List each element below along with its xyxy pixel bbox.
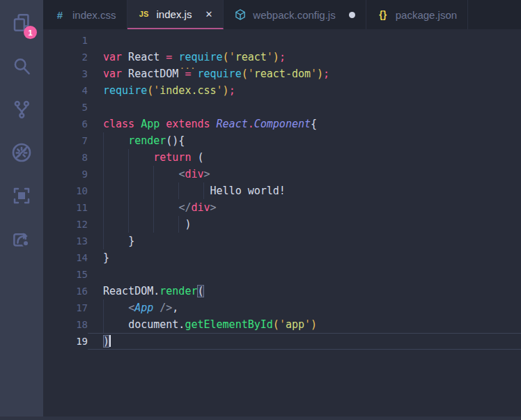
line-number[interactable]: 19: [43, 333, 88, 350]
code-token: render: [160, 285, 197, 297]
code-line-5[interactable]: 5: [43, 99, 521, 116]
code-content[interactable]: [88, 99, 521, 116]
code-token: ': [217, 84, 223, 97]
code-line-17[interactable]: 17 <App />,: [43, 300, 521, 316]
code-content[interactable]: </div>: [88, 199, 521, 216]
code-content[interactable]: return (: [88, 149, 521, 166]
code-content[interactable]: Hello world!: [88, 182, 521, 199]
indent-guide: [103, 300, 104, 316]
code-line-9[interactable]: 9 <div>: [43, 166, 521, 182]
code-token: ': [229, 51, 235, 63]
line-number[interactable]: 17: [43, 300, 88, 316]
line-number[interactable]: 12: [43, 216, 88, 233]
code-token: class: [103, 118, 134, 130]
code-content[interactable]: var React = require('react');: [88, 49, 521, 65]
code-content[interactable]: class App extends React.Component{: [88, 116, 521, 132]
code-content[interactable]: ): [88, 216, 521, 233]
line-number[interactable]: 7: [43, 132, 88, 149]
code-token: React: [122, 51, 166, 63]
code-line-3[interactable]: 3var ReactDOM = require('react-dom');: [43, 65, 521, 82]
tab-index.css[interactable]: #index.css: [43, 0, 127, 29]
line-number[interactable]: 2: [43, 49, 88, 65]
code-content[interactable]: <App />,: [88, 300, 521, 316]
indent-guide: [153, 216, 154, 233]
code-content[interactable]: ): [88, 333, 521, 350]
editor-group: #index.cssJSindex.js✕webpack.config.js{}…: [43, 0, 521, 417]
code-line-2[interactable]: 2var React = require('react');: [43, 49, 521, 65]
code-token: ;: [279, 51, 286, 63]
code-line-15[interactable]: 15: [43, 266, 521, 283]
line-number[interactable]: 5: [43, 99, 88, 116]
code-token: var: [103, 51, 122, 63]
activity-item-debug[interactable]: [0, 132, 43, 176]
code-content[interactable]: }: [88, 249, 521, 266]
close-tab-icon[interactable]: ✕: [205, 9, 212, 20]
code-content[interactable]: var ReactDOM = require('react-dom');: [88, 65, 521, 82]
code-token: [103, 201, 178, 214]
line-number[interactable]: 9: [43, 166, 88, 182]
status-strip: [0, 417, 521, 420]
line-number[interactable]: 3: [43, 65, 88, 82]
code-line-19[interactable]: 19): [43, 333, 521, 350]
tab-index.js[interactable]: JSindex.js✕: [127, 0, 224, 29]
code-line-18[interactable]: 18 document.getElementById('app'): [43, 316, 521, 333]
code-token: [103, 302, 128, 314]
git-branch-icon: [11, 99, 32, 123]
line-number[interactable]: 13: [43, 233, 88, 249]
tab-package.json[interactable]: {}package.json: [366, 0, 468, 29]
code-content[interactable]: require('index.css');: [88, 82, 521, 99]
line-number[interactable]: 14: [43, 249, 88, 266]
activity-item-extensions[interactable]: [0, 176, 43, 219]
code-content[interactable]: [88, 266, 521, 283]
line-number[interactable]: 8: [43, 149, 88, 166]
line-number[interactable]: 4: [43, 82, 88, 99]
webpack-icon: [234, 9, 247, 20]
indent-guide: [178, 182, 179, 199]
tab-webpack.config.js[interactable]: webpack.config.js: [224, 0, 366, 29]
line-number[interactable]: 11: [43, 199, 88, 216]
code-content[interactable]: render(){: [88, 132, 521, 149]
code-token: [210, 118, 217, 130]
line-number[interactable]: 6: [43, 116, 88, 132]
code-token: ': [304, 318, 311, 331]
code-token: [134, 118, 141, 130]
code-line-14[interactable]: 14}: [43, 249, 521, 266]
activity-item-explorer[interactable]: 1: [0, 3, 43, 46]
line-number[interactable]: 10: [43, 182, 88, 199]
code-token: >: [210, 201, 217, 214]
modified-dot-icon[interactable]: [349, 12, 355, 18]
code-token: ': [267, 51, 273, 63]
indent-guide: [203, 182, 204, 199]
code-line-16[interactable]: 16ReactDOM.render(: [43, 283, 521, 300]
code-line-6[interactable]: 6class App extends React.Component{: [43, 116, 521, 132]
activity-item-share[interactable]: [0, 219, 43, 262]
code-token: .: [248, 118, 254, 130]
code-line-11[interactable]: 11 </div>: [43, 199, 521, 216]
code-line-1[interactable]: 1: [43, 32, 521, 49]
activity-item-source-control[interactable]: [0, 89, 43, 132]
code-line-13[interactable]: 13 }: [43, 233, 521, 249]
line-number[interactable]: 15: [43, 266, 88, 283]
code-content[interactable]: ReactDOM.render(: [88, 283, 521, 300]
editor[interactable]: 12var React = require('react');3var Reac…: [43, 29, 521, 413]
code-line-10[interactable]: 10 Hello world!: [43, 182, 521, 199]
code-token: ;: [229, 84, 235, 97]
line-number[interactable]: 1: [43, 32, 88, 49]
code-content[interactable]: [88, 32, 521, 49]
code-token: </: [178, 201, 191, 214]
code-content[interactable]: document.getElementById('app'): [88, 316, 521, 333]
code-content[interactable]: <div>: [88, 166, 521, 182]
code-line-12[interactable]: 12 ): [43, 216, 521, 233]
code-line-7[interactable]: 7 render(){: [43, 132, 521, 149]
code-token: }: [128, 235, 134, 247]
line-number[interactable]: 18: [43, 316, 88, 333]
code-token: ): [103, 335, 109, 348]
search-icon: [11, 56, 32, 79]
line-number[interactable]: 16: [43, 283, 88, 300]
tab-label: webpack.config.js: [253, 9, 335, 21]
code-line-8[interactable]: 8 return (: [43, 149, 521, 166]
activity-item-search[interactable]: [0, 46, 43, 89]
text-cursor: [109, 335, 111, 347]
code-content[interactable]: }: [88, 233, 521, 249]
code-line-4[interactable]: 4require('index.css');: [43, 82, 521, 99]
